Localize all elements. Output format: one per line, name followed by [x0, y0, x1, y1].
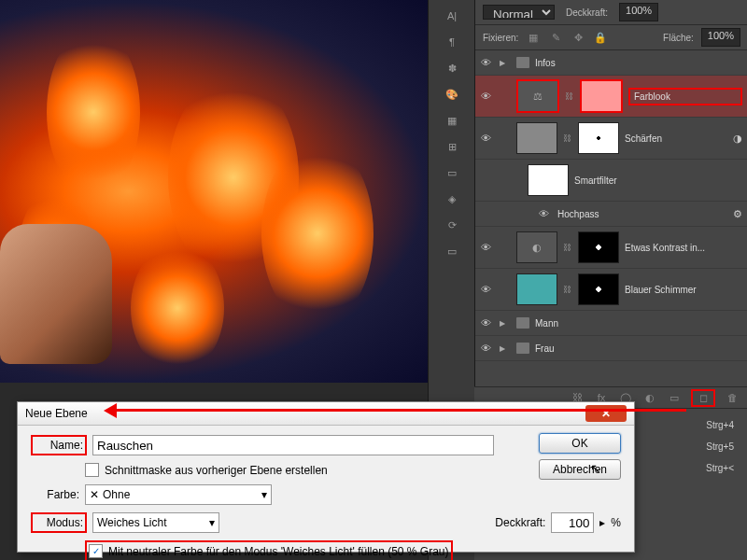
lock-row: Fixieren: ▦ ✎ ✥ 🔒 Fläche: 100% [475, 25, 747, 50]
visibility-icon[interactable]: 👁 [481, 317, 494, 329]
cancel-button[interactable]: Abbrechen [539, 459, 621, 480]
opacity-value[interactable]: 100% [619, 3, 658, 21]
link-icon[interactable]: ⛓ [563, 285, 572, 294]
layer-name: Hochpass [557, 209, 727, 219]
link-icon[interactable]: ⛓ [565, 91, 574, 101]
folder-icon [516, 57, 529, 68]
mask-thumb[interactable] [578, 231, 619, 263]
flame-shape [47, 28, 140, 196]
visibility-icon[interactable]: 👁 [481, 57, 494, 68]
name-input[interactable] [92, 435, 494, 455]
blend-row: Normal Deckkraft: 100% [475, 0, 747, 25]
layer-name: Smartfilter [574, 175, 742, 186]
swatches-icon[interactable]: 🎨 [439, 84, 465, 105]
filter-options-icon[interactable]: ⚙ [733, 208, 742, 220]
folder-icon [516, 343, 529, 354]
twirl-icon[interactable]: ▶ [500, 344, 511, 353]
neutral-label: Mit neutraler Farbe für den Modus 'Weich… [108, 545, 449, 558]
visibility-icon[interactable]: 👁 [481, 91, 494, 102]
mask-thumb[interactable] [580, 79, 623, 113]
layer-name: Farblook [628, 88, 742, 105]
clip-checkbox[interactable] [85, 463, 99, 477]
adjustment-thumb[interactable]: ⚖ [516, 79, 559, 113]
fill-value[interactable]: 100% [701, 28, 740, 47]
history-icon[interactable]: ⟳ [439, 215, 465, 235]
lock-label: Fixieren: [483, 33, 518, 43]
layer-schimmer[interactable]: 👁 ⛓ Blauer Schimmer [475, 269, 747, 311]
layer-name: Blauer Schimmer [625, 285, 742, 295]
new-layer-dialog: Neue Ebene ✕ Name: Schnittmaske aus vorh… [17, 401, 635, 553]
layer-farblook[interactable]: 👁 ⚖ ⛓ Farblook [475, 76, 747, 118]
opacity-arrow-icon[interactable]: ▸ [599, 516, 605, 529]
fill-label: Fläche: [663, 33, 694, 43]
layer-name: Schärfen [625, 133, 727, 144]
delete-layer-icon[interactable]: 🗑 [725, 392, 740, 403]
visibility-icon[interactable]: 👁 [539, 208, 552, 219]
layer-thumb[interactable] [516, 122, 557, 154]
brush-panel-icon[interactable]: ✽ [439, 58, 465, 78]
layers-panel-icon[interactable]: ◈ [439, 189, 465, 209]
layer-name: Etwas Kontrast in... [625, 243, 742, 253]
type-icon[interactable]: A| [439, 6, 465, 26]
folder-icon [516, 317, 529, 329]
layer-name: Frau [535, 343, 742, 354]
mode-label: Modus: [31, 512, 87, 533]
lock-pixels-icon[interactable]: ✎ [548, 30, 563, 45]
mask-thumb[interactable] [578, 122, 619, 154]
mouse-cursor-icon: ↖ [590, 461, 601, 476]
clip-label: Schnittmaske aus vorheriger Ebene erstel… [105, 464, 328, 477]
visibility-icon[interactable]: 👁 [481, 343, 494, 354]
mask-thumb[interactable] [578, 273, 619, 305]
color-select[interactable]: ✕Ohne▾ [85, 484, 272, 505]
neutral-checkbox[interactable]: ✓ [89, 544, 103, 558]
link-icon[interactable]: ⛓ [563, 243, 572, 252]
flame-shape [131, 243, 224, 373]
adjustment-thumb[interactable]: ◐ [516, 231, 557, 263]
folder2-icon[interactable]: ▭ [439, 241, 465, 261]
lock-all-icon[interactable]: 🔒 [593, 30, 608, 45]
ok-button[interactable]: OK [539, 433, 621, 454]
tree-icon[interactable]: ⊞ [439, 136, 465, 157]
portrait-hand [0, 224, 112, 364]
link-icon[interactable]: ⛓ [563, 133, 572, 143]
layer-group-infos[interactable]: 👁 ▶ Infos [475, 50, 747, 76]
dialog-title: Neue Ebene [25, 407, 88, 420]
layer-hochpass[interactable]: 👁 Hochpass ⚙ [475, 202, 747, 227]
dialog-titlebar[interactable]: Neue Ebene ✕ [18, 402, 634, 426]
lock-transparent-icon[interactable]: ▦ [526, 30, 541, 45]
visibility-icon[interactable]: 👁 [481, 242, 494, 253]
mode-select[interactable]: Weiches Licht▾ [92, 512, 219, 533]
layer-kontrast[interactable]: 👁 ◐ ⛓ Etwas Kontrast in... [475, 227, 747, 269]
adjustment-layer-icon[interactable]: ◐ [642, 392, 657, 404]
flame-shape [261, 140, 374, 327]
layer-smartfilter[interactable]: Smartfilter [475, 160, 747, 202]
layer-name: Mann [535, 318, 742, 329]
layer-group-mann[interactable]: 👁 ▶ Mann [475, 311, 747, 336]
dialog-opacity-label: Deckkraft: [495, 516, 545, 529]
layer-name: Infos [535, 58, 742, 68]
lock-position-icon[interactable]: ✥ [571, 30, 585, 45]
visibility-icon[interactable]: 👁 [481, 133, 494, 144]
layers-list: 👁 ▶ Infos 👁 ⚖ ⛓ Farblook 👁 ⛓ Schärfen ◑ [475, 50, 747, 361]
close-icon[interactable]: ✕ [585, 405, 627, 422]
filter-mask-thumb[interactable] [528, 164, 569, 196]
visibility-icon[interactable]: 👁 [481, 284, 494, 295]
layer-thumb[interactable] [516, 273, 557, 305]
twirl-icon[interactable]: ▶ [500, 319, 511, 328]
blend-mode-select[interactable]: Normal [483, 5, 555, 20]
twirl-icon[interactable]: ▶ [500, 59, 511, 67]
grid-icon[interactable]: ▦ [439, 110, 465, 131]
name-label: Name: [31, 435, 87, 455]
color-label: Farbe: [31, 488, 79, 501]
folder-icon[interactable]: ▭ [439, 162, 465, 183]
new-group-icon[interactable]: ▭ [667, 392, 682, 404]
canvas-area [0, 0, 428, 383]
paragraph-icon[interactable]: ¶ [439, 32, 465, 52]
opacity-label: Deckkraft: [566, 7, 608, 18]
dialog-opacity-input[interactable] [551, 512, 594, 533]
percent-label: % [611, 516, 621, 529]
layer-schaerfen[interactable]: 👁 ⛓ Schärfen ◑ [475, 118, 747, 160]
layer-group-frau[interactable]: 👁 ▶ Frau [475, 336, 747, 361]
new-layer-icon[interactable]: ◻ [691, 389, 715, 407]
filter-icon[interactable]: ◑ [733, 133, 742, 145]
